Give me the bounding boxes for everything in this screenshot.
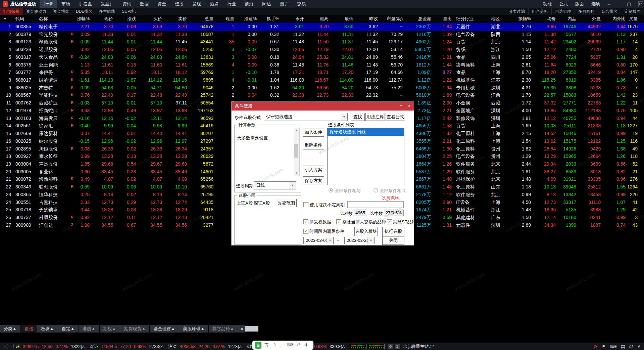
index-quote-上证[interactable]: 上证3269.1513.500.41%1822亿	[11, 344, 85, 350]
execute-select-button[interactable]: 执行选股	[382, 227, 404, 236]
column-header-·[interactable]: ·	[68, 15, 76, 23]
save-plan-button[interactable]: 保存方案	[303, 176, 324, 185]
uncertain-period-input[interactable]	[347, 201, 404, 208]
column-header-振幅%[interactable]: 振幅%	[512, 15, 533, 23]
collapse-icon[interactable]: «	[3, 344, 8, 349]
menu-item-交易[interactable]: 交易	[293, 0, 310, 8]
scrollbar-thumb[interactable]	[294, 144, 298, 158]
table-row[interactable]: 1600355精伦电子2.213.700.083.693.706467810.0…	[0, 23, 644, 31]
power-icon[interactable]: ⚡	[637, 344, 641, 349]
toolbar-button-多股同列[interactable]: 多股同列	[575, 8, 598, 15]
bottom-tab-基金理财[interactable]: 基金理财▲	[150, 325, 179, 333]
punctuation-icon[interactable]: 、	[280, 342, 284, 348]
menu-item-选股[interactable]: 选股	[170, 0, 188, 8]
tab-scroll-left-icon[interactable]: ◀	[238, 325, 245, 333]
column-header-市盈(动)[interactable]: 市盈(动)	[380, 15, 404, 23]
radio-all-and[interactable]	[329, 188, 333, 192]
condition-listbox[interactable]: 保守短线选股 日线	[327, 128, 404, 185]
menu-item-〖看盘[interactable]: 〖看盘	[75, 0, 96, 8]
column-header-涨速%[interactable]: 涨速%	[236, 15, 258, 23]
moon-icon[interactable]: ☽	[272, 342, 276, 348]
table-row[interactable]: 6603378亚士创能1.1311.610.1311.6011.61155694…	[0, 61, 644, 69]
column-header-总金额[interactable]: 总金额	[404, 15, 433, 23]
bottom-tab-美股环球[interactable]: 美股环球▲	[179, 325, 208, 333]
index-quote-沪深[interactable]: 沪深4006.5824.200.61%1278亿	[168, 344, 242, 350]
menu-item-前沿[interactable]: 前沿	[240, 0, 258, 8]
radio-all-or[interactable]	[374, 188, 378, 192]
menu-item-公式[interactable]: 公式	[555, 0, 572, 8]
window-restore-icon[interactable]: ▢	[624, 0, 634, 8]
remove-untraded-checkbox[interactable]: ✓	[336, 219, 341, 224]
menu-item-发现[interactable]: 发现	[188, 0, 205, 8]
grid-icon[interactable]: ⣿	[304, 342, 307, 348]
table-row[interactable]: 4603238诺邦股份0.4212.050.0512.0512.0652503-…	[0, 46, 644, 53]
server-1-icon[interactable]: 1	[395, 344, 400, 349]
remove-st-checkbox[interactable]: ✓	[387, 219, 392, 224]
menu-item-市场[interactable]: 市场	[57, 0, 75, 8]
date-from-combobox[interactable]: 2023-03-01 ▼	[303, 237, 334, 244]
column-header-总量[interactable]: 总量	[189, 15, 215, 23]
column-header-涨幅%[interactable]: 涨幅%	[76, 15, 91, 23]
record-icon[interactable]: ⟳	[594, 344, 598, 349]
table-row[interactable]: 5603317天味食品R-0.2424.83-0.0624.8324.84136…	[0, 53, 644, 61]
bottom-tab-港股[interactable]: 港股▲	[79, 325, 99, 333]
toolbar-tab-资金博弈[interactable]: 资金博弈	[50, 8, 72, 15]
refresh-icon[interactable]: ⟲	[388, 344, 393, 349]
column-header-卖价[interactable]: 卖价	[164, 15, 189, 23]
chevron-down-icon[interactable]: ▼	[327, 237, 333, 244]
column-header-filter[interactable]: ▼	[0, 15, 13, 23]
bottom-tab-自定[interactable]: 自定▲	[58, 325, 79, 333]
column-header-代码[interactable]: 代码	[13, 15, 36, 23]
column-header-外盘[interactable]: 外盘	[578, 15, 602, 23]
column-header-内外比[interactable]: 内外比	[602, 15, 627, 23]
toolbar-tab-行情报价[interactable]: 行情报价	[0, 8, 23, 15]
scroll-up-icon[interactable]: ▲	[294, 128, 299, 133]
chevron-down-icon[interactable]: ▼	[341, 113, 347, 121]
params-scrollbar[interactable]: ▲ ▼	[294, 128, 300, 176]
keyboard-icon[interactable]: ⌨	[610, 344, 616, 349]
uncertain-period-checkbox[interactable]	[303, 202, 308, 207]
column-header-买量[interactable]: 买量	[627, 15, 639, 23]
monitor-icon[interactable]: ▤	[621, 344, 625, 349]
scroll-down-icon[interactable]: ▼	[294, 171, 299, 176]
table-row[interactable]: 8688017绿的谐波K-1.61114.13-1.87114.12114.16…	[0, 76, 644, 84]
help-icon[interactable]: ?	[638, 1, 643, 7]
table-row[interactable]: 3603123翠微股份R-0.0911.44-0.0111.4411.45434…	[0, 38, 644, 46]
keyboard-icon[interactable]: ⌨	[287, 342, 294, 348]
time-range-checkbox[interactable]: ✓	[303, 229, 308, 234]
tab-scrollbar-thumb[interactable]	[245, 326, 258, 332]
column-header-细分行业[interactable]: 细分行业	[453, 15, 488, 23]
bottom-tab-其它品种[interactable]: 其它品种▲	[209, 325, 238, 333]
close-button[interactable]: 关闭	[382, 236, 404, 245]
column-header-买价[interactable]: 买价	[138, 15, 164, 23]
chevron-down-icon[interactable]: ▼	[289, 182, 296, 189]
sogou-logo-icon[interactable]: S	[255, 342, 261, 349]
wubi-icon[interactable]: 五	[264, 342, 269, 348]
select-to-board-button[interactable]: 选股入板块	[354, 227, 378, 236]
column-header-现量[interactable]: 现量	[215, 15, 236, 23]
toolbar-button-定制版面[interactable]: 定制版面	[621, 8, 644, 15]
bottom-tab-板块[interactable]: 板块▲	[37, 325, 58, 333]
toolbar-tab-资金驱动力[interactable]: 资金驱动力	[23, 8, 50, 15]
menu-item-资金[interactable]: 资金	[153, 0, 170, 8]
menu-item-圈子[interactable]: 圈子	[275, 0, 293, 8]
toolbar-tab-多空阵线[interactable]: 多空阵线	[96, 8, 118, 15]
column-header-内盘[interactable]: 内盘	[557, 15, 578, 23]
add-condition-button[interactable]: 加入条件	[303, 128, 324, 137]
menu-item-版面[interactable]: 版面	[572, 0, 588, 8]
ime-toolbar[interactable]: S 五☽、⌨⚇⣿	[252, 341, 313, 350]
menu-item-复盘〗[interactable]: 复盘〗	[96, 0, 118, 8]
menu-item-问达[interactable]: 问达	[258, 0, 275, 8]
column-header-名称[interactable]: 名称	[36, 15, 68, 23]
window-minimize-icon[interactable]: −	[614, 0, 624, 8]
menu-item-功能[interactable]: 功能	[539, 0, 555, 8]
bottom-tab-分类[interactable]: 分类▲	[0, 325, 20, 333]
column-header-均价[interactable]: 均价	[533, 15, 557, 23]
column-header-最高[interactable]: 最高	[306, 15, 330, 23]
column-header-最低[interactable]: 最低	[330, 15, 355, 23]
signal-icon[interactable]: ☊	[629, 344, 633, 349]
column-header-涨跌[interactable]: 涨跌	[115, 15, 138, 23]
user-icon[interactable]: ⚇	[297, 342, 301, 348]
import-plan-button[interactable]: 引入方案	[303, 166, 324, 174]
column-header-今开[interactable]: 今开	[281, 15, 306, 23]
